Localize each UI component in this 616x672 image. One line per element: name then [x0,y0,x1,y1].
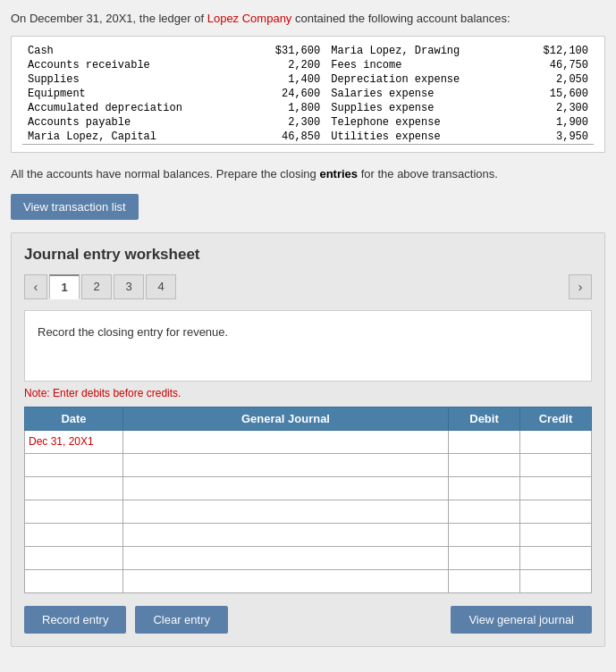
tabs-row: ‹ 1 2 3 4 › [24,274,592,299]
tab-2[interactable]: 2 [81,274,112,299]
table-row [25,569,592,592]
row-debit[interactable] [449,430,520,453]
account-amount: 2,300 [249,115,326,130]
debit-input[interactable] [452,436,516,449]
row-credit[interactable] [520,430,592,453]
debit-input[interactable] [452,529,516,542]
tab-1[interactable]: 1 [49,274,80,299]
row-general-journal[interactable] [123,476,449,500]
row-date [25,500,123,523]
account-name: Accounts payable [22,115,249,130]
credit-input[interactable] [524,483,587,495]
tab-prev-button[interactable]: ‹ [24,274,47,299]
general-journal-input[interactable] [127,436,444,449]
account-amount: 1,800 [249,101,326,115]
row-debit[interactable] [449,523,520,546]
row-date [25,546,123,569]
row-general-journal[interactable] [123,430,449,453]
account-amount: 46,850 [249,130,326,145]
general-journal-input[interactable] [127,506,444,518]
row-date [25,569,123,592]
row-debit[interactable] [449,569,520,592]
row-debit[interactable] [449,546,520,569]
debit-input[interactable] [452,483,516,495]
row-date [25,523,123,546]
row-general-journal[interactable] [123,523,449,546]
credit-input[interactable] [524,552,587,565]
account-name: Salaries expense [325,87,517,101]
account-name: Accumulated depreciation [22,101,249,115]
account-name: Supplies expense [325,101,517,115]
row-credit[interactable] [520,476,592,500]
account-amount: 24,600 [249,87,326,101]
closing-text-part1: All the accounts have normal balances. P… [11,167,319,181]
general-journal-input[interactable] [127,459,444,472]
debit-input[interactable] [452,459,516,472]
account-name: Cash [22,44,249,58]
account-name: Supplies [22,72,249,87]
table-row [25,523,592,546]
credit-input[interactable] [524,459,587,472]
row-general-journal[interactable] [123,500,449,523]
closing-entries-link[interactable]: entries [319,167,358,181]
general-journal-input[interactable] [127,483,444,495]
general-journal-input[interactable] [127,575,444,588]
account-amount: 1,900 [517,115,594,130]
row-general-journal[interactable] [123,453,449,476]
instruction-box: Record the closing entry for revenue. [24,310,592,382]
record-entry-button[interactable]: Record entry [24,606,126,634]
account-amount: 2,050 [517,72,594,87]
account-amount: $31,600 [249,44,326,58]
account-amount: 2,300 [517,101,594,115]
table-row [25,453,592,476]
debit-input[interactable] [452,552,516,565]
row-general-journal[interactable] [123,569,449,592]
intro-after: contained the following account balances… [291,12,510,25]
row-credit[interactable] [520,500,592,523]
general-journal-input[interactable] [127,552,444,565]
bottom-buttons: Record entry Clear entry View general jo… [24,606,592,634]
tab-3[interactable]: 3 [114,274,144,299]
account-name: Fees income [325,58,517,72]
table-row [25,546,592,569]
row-credit[interactable] [520,546,592,569]
intro-text: On December 31, 20X1, the ledger of Lope… [11,11,605,27]
row-general-journal[interactable] [123,546,449,569]
col-header-date: Date [25,407,123,430]
closing-text-part2: for the above transactions. [358,167,498,181]
row-credit[interactable] [520,523,592,546]
row-date: Dec 31, 20X1 [25,430,123,453]
company-name: Lopez Company [207,12,292,25]
tab-4[interactable]: 4 [146,274,176,299]
tab-next-button[interactable]: › [569,274,592,299]
row-credit[interactable] [520,453,592,476]
row-debit[interactable] [449,453,520,476]
account-name: Equipment [22,87,249,101]
intro-before: On December 31, 20X1, the ledger of [11,12,207,25]
debit-input[interactable] [452,506,516,518]
account-name: Maria Lopez, Drawing [325,44,517,58]
journal-table: Date General Journal Debit Credit Dec 31… [24,407,592,593]
worksheet-title: Journal entry worksheet [24,246,592,264]
account-amount: 2,200 [249,58,326,72]
account-amount: 15,600 [517,87,594,101]
view-general-journal-button[interactable]: View general journal [451,606,592,634]
general-journal-input[interactable] [127,529,444,542]
row-credit[interactable] [520,569,592,592]
account-amount: 3,950 [517,130,594,145]
credit-input[interactable] [524,506,587,518]
row-debit[interactable] [449,476,520,500]
clear-entry-button[interactable]: Clear entry [135,606,228,634]
row-date [25,453,123,476]
credit-input[interactable] [524,436,587,449]
account-name: Utilities expense [325,130,517,145]
account-name: Depreciation expense [325,72,517,87]
view-transaction-button[interactable]: View transaction list [11,194,139,220]
credit-input[interactable] [524,529,587,542]
account-name: Accounts receivable [22,58,249,72]
row-debit[interactable] [449,500,520,523]
debit-input[interactable] [452,575,516,588]
credit-input[interactable] [524,575,587,588]
table-row [25,500,592,523]
table-row [25,476,592,500]
